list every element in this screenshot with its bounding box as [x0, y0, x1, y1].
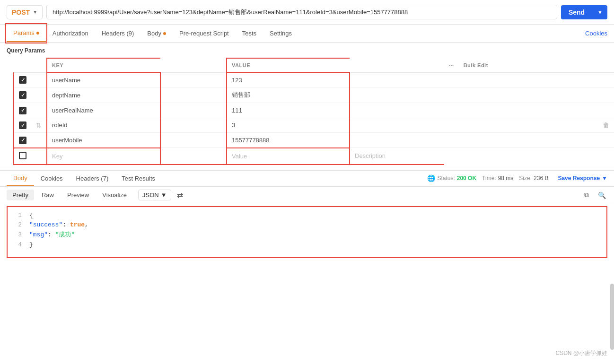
- new-row-delete: [598, 148, 614, 165]
- reorder-icon[interactable]: ⇅: [36, 121, 42, 129]
- col-value-header: VALUE: [227, 58, 350, 72]
- method-select[interactable]: POST ▼: [7, 5, 43, 19]
- new-row-bulk: [459, 148, 598, 165]
- tab-response-test-results[interactable]: Test Results: [115, 171, 162, 186]
- row-key-cell: userMobile: [47, 133, 160, 148]
- col-spacer2: [350, 58, 444, 72]
- new-row-desc-cell[interactable]: Description: [350, 148, 444, 165]
- tab-tests[interactable]: Tests: [236, 25, 263, 42]
- new-row-reorder: [31, 148, 47, 165]
- format-tab-visualize[interactable]: Visualize: [96, 190, 132, 200]
- row-checkbox[interactable]: [19, 137, 26, 144]
- row-checkbox[interactable]: [19, 121, 26, 129]
- row-reorder-cell: [31, 72, 47, 87]
- format-tab-raw[interactable]: Raw: [36, 190, 60, 200]
- tab-response-cookies[interactable]: Cookies: [34, 171, 70, 186]
- request-tab-bar: Params Authorization Headers (9) Body Pr…: [0, 25, 614, 43]
- row-checkbox[interactable]: [19, 107, 26, 114]
- row-bulk-cell: [459, 118, 598, 133]
- code-line: 3 "msg": "成功": [14, 230, 600, 240]
- wrap-icon[interactable]: ⇄: [177, 191, 183, 199]
- new-row-value-cell[interactable]: Value: [227, 148, 350, 165]
- row-spacer: [160, 133, 227, 148]
- new-row-checkbox[interactable]: [19, 152, 26, 159]
- row-value: 123: [232, 77, 242, 84]
- copy-icon[interactable]: ⧉: [581, 190, 592, 201]
- tab-params[interactable]: Params: [7, 25, 46, 42]
- row-key: userMobile: [52, 137, 82, 144]
- row-bulk-cell: [459, 87, 598, 103]
- new-key-placeholder: Key: [52, 153, 62, 160]
- status-label: Status:: [437, 175, 455, 182]
- code-content: }: [29, 240, 600, 250]
- line-number: 1: [14, 211, 22, 221]
- row-value-cell: 15577778888: [227, 133, 350, 148]
- response-icons: ⧉ 🔍: [581, 190, 607, 201]
- row-checkbox[interactable]: [19, 91, 26, 99]
- row-checkbox-cell: [14, 87, 31, 103]
- row-key: userName: [52, 77, 80, 84]
- new-row-key-cell[interactable]: Key: [47, 148, 160, 165]
- code-line: 1 {: [14, 211, 600, 221]
- tab-response-headers[interactable]: Headers (7): [70, 171, 115, 186]
- row-delete-cell: [598, 133, 614, 148]
- row-value-cell: 3: [227, 118, 350, 133]
- response-format-bar: Pretty Raw Preview Visualize JSON ▼ ⇄ ⧉ …: [0, 187, 614, 204]
- send-chevron-icon[interactable]: ▼: [593, 9, 607, 15]
- params-dot: [36, 32, 39, 35]
- bottom-tabs-row: Body Cookies Headers (7) Test Results 🌐 …: [0, 171, 614, 187]
- col-bulk-edit[interactable]: Bulk Edit: [459, 58, 598, 72]
- row-key: roleId: [52, 121, 68, 129]
- row-reorder-cell: [31, 133, 47, 148]
- col-key-header: KEY: [47, 58, 160, 72]
- col-more: ···: [444, 58, 459, 72]
- row-delete-cell: [598, 103, 614, 118]
- tab-settings[interactable]: Settings: [263, 25, 298, 42]
- row-checkbox-cell: [14, 118, 31, 133]
- url-input[interactable]: [46, 5, 557, 19]
- delete-icon[interactable]: 🗑: [603, 121, 609, 129]
- row-desc-cell: [350, 72, 444, 87]
- row-delete-cell: [598, 87, 614, 103]
- row-key: deptName: [52, 92, 80, 99]
- row-value: 3: [232, 121, 235, 129]
- size-label: Size:: [519, 175, 532, 182]
- format-tab-preview[interactable]: Preview: [61, 190, 95, 200]
- row-reorder-cell: [31, 103, 47, 118]
- row-value: 111: [232, 107, 242, 114]
- format-select[interactable]: JSON ▼: [138, 190, 171, 200]
- row-value-cell: 销售部: [227, 87, 350, 103]
- scrollbar[interactable]: [610, 284, 614, 350]
- row-key: userRealName: [52, 107, 93, 114]
- row-checkbox[interactable]: [19, 76, 26, 84]
- row-more-cell: [444, 133, 459, 148]
- code-content: {: [29, 211, 600, 221]
- url-bar: POST ▼ Send ▼: [0, 0, 614, 25]
- save-response-chevron[interactable]: ▼: [602, 175, 607, 182]
- code-line: 2 "success": true,: [14, 220, 600, 230]
- send-button[interactable]: Send ▼: [561, 5, 607, 19]
- search-icon[interactable]: 🔍: [596, 190, 607, 201]
- query-params-label: Query Params: [0, 43, 614, 54]
- code-line: 4 }: [14, 240, 600, 250]
- tab-pre-request[interactable]: Pre-request Script: [173, 25, 236, 42]
- watermark: CSDN @小唐学抓娃: [555, 349, 607, 357]
- row-checkbox-cell: [14, 133, 31, 148]
- row-more-cell: [444, 103, 459, 118]
- tab-cookies[interactable]: Cookies: [585, 30, 607, 37]
- col-delete: [598, 58, 614, 72]
- tab-body[interactable]: Body: [140, 25, 173, 42]
- format-tab-pretty[interactable]: Pretty: [7, 190, 34, 200]
- row-bulk-cell: [459, 103, 598, 118]
- row-desc-cell: [350, 133, 444, 148]
- status-bar: 🌐 Status: 200 OK Time: 98 ms Size: 236 B…: [421, 172, 614, 185]
- tab-response-body[interactable]: Body: [7, 171, 34, 186]
- save-response-btn[interactable]: Save Response: [558, 175, 600, 182]
- row-spacer: [160, 72, 227, 87]
- globe-icon: 🌐: [427, 174, 435, 182]
- tab-headers[interactable]: Headers (9): [95, 25, 141, 42]
- params-table-container: KEY VALUE ··· Bulk Edit: [7, 58, 607, 165]
- time-value: 98 ms: [498, 175, 514, 182]
- tab-authorization[interactable]: Authorization: [46, 25, 95, 42]
- row-bulk-cell: [459, 72, 598, 87]
